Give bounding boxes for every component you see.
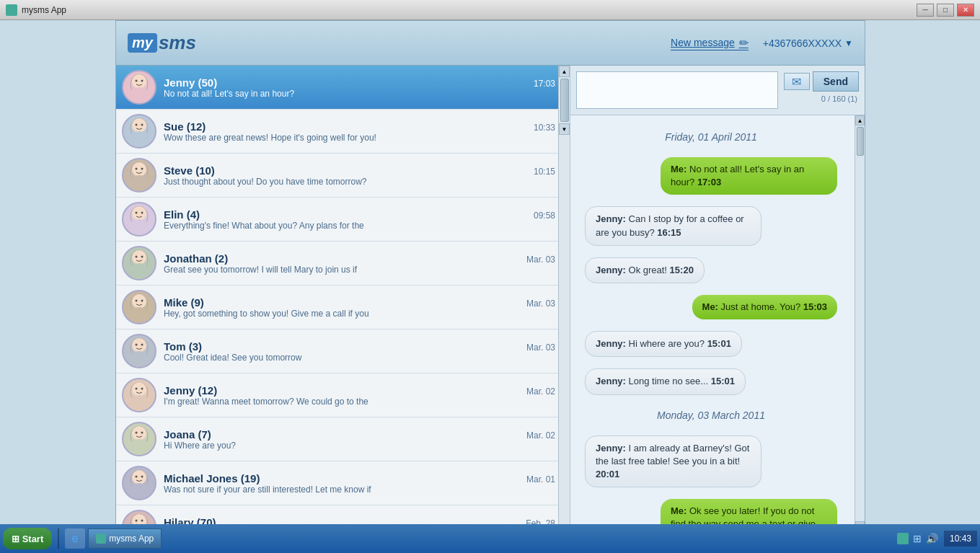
message-input[interactable] xyxy=(576,71,778,109)
svg-point-47 xyxy=(136,476,138,478)
svg-point-3 xyxy=(141,80,144,82)
contact-name: Jenny (12) xyxy=(164,384,217,397)
contact-time: Mar. 03 xyxy=(526,298,555,309)
message-time: 15:01 xyxy=(707,338,731,349)
char-count: 0 / 160 (1) xyxy=(784,94,859,103)
header-right: New message ✏ +4367666XXXXX ▼ xyxy=(671,36,853,50)
contact-time: Mar. 03 xyxy=(526,342,555,353)
svg-point-12 xyxy=(136,168,138,170)
chat-scroll-thumb[interactable] xyxy=(857,127,864,156)
sidebar: Jenny (50)17:03No not at all! Let's say … xyxy=(116,66,570,531)
bubble-content: Jenny: Ok great! 15:20 xyxy=(585,257,705,283)
messages-area: Friday, 01 April 2011 Me: No not at all!… xyxy=(570,115,865,531)
contact-item[interactable]: Michael Jones (19)Mar. 01Was not sure if… xyxy=(116,461,570,505)
avatar xyxy=(122,158,156,193)
message-bubble: Jenny: Hi where are you? 15:01 xyxy=(585,331,742,357)
contact-item[interactable]: Mike (9)Mar. 03Hey, got something to sho… xyxy=(116,286,570,329)
new-message-button[interactable]: New message ✏ xyxy=(671,36,749,50)
sender-label: Jenny: xyxy=(596,265,626,275)
contact-preview: Just thought about you! Do you have time… xyxy=(164,177,409,187)
svg-point-21 xyxy=(132,250,146,265)
app-window: my sms New message ✏ +4367666XXXXX ▼ Jen… xyxy=(115,20,865,532)
scroll-down-button[interactable]: ▼ xyxy=(559,123,570,135)
svg-point-41 xyxy=(132,426,146,441)
taskbar-divider xyxy=(58,528,59,549)
svg-point-53 xyxy=(141,520,144,522)
contact-header-row: Elin (4)09:58 xyxy=(164,208,555,221)
message-bubble: Jenny: I am already at Barney's! Got the… xyxy=(585,435,762,488)
start-button[interactable]: ⊞ Start xyxy=(3,528,52,549)
titlebar-title: mysms App xyxy=(22,5,66,15)
svg-point-27 xyxy=(136,300,138,302)
avatar xyxy=(122,114,156,149)
contact-preview: No not at all! Let's say in an hour? xyxy=(164,89,409,99)
logo-my: my xyxy=(128,33,157,53)
chat-scroll-up[interactable]: ▲ xyxy=(855,115,865,125)
contact-item[interactable]: Jenny (50)17:03No not at all! Let's say … xyxy=(116,66,570,110)
contact-item[interactable]: Sue (12)10:33Wow these are great news! H… xyxy=(116,110,570,154)
logo: my sms xyxy=(128,32,196,54)
svg-point-7 xyxy=(136,124,138,126)
titlebar: mysms App ─ □ ✕ xyxy=(0,0,980,20)
contact-item[interactable]: Jenny (12)Mar. 02I'm great! Wanna meet t… xyxy=(116,373,570,417)
scroll-thumb[interactable] xyxy=(560,79,569,122)
bubble-content: Me: Just at home. You? 15:03 xyxy=(692,295,837,319)
sms-icon-button[interactable]: ✉ xyxy=(784,73,810,90)
chat-scrollbar[interactable]: ▲ ▼ xyxy=(855,115,865,531)
svg-point-42 xyxy=(136,432,138,434)
contact-item[interactable]: Jonathan (2)Mar. 03Great see you tomorro… xyxy=(116,242,570,286)
svg-point-48 xyxy=(141,476,144,478)
svg-point-31 xyxy=(132,338,146,353)
contact-preview: Wow these are great news! Hope it's goin… xyxy=(164,133,409,143)
contact-info: Elin (4)09:58Everything's fine! What abo… xyxy=(164,208,555,231)
contact-info: Tom (3)Mar. 03Cool! Great idea! See you … xyxy=(164,340,555,363)
avatar xyxy=(122,290,156,324)
clock: 10:43 xyxy=(944,531,977,547)
send-button[interactable]: Send xyxy=(813,71,859,92)
taskbar-app-icon xyxy=(96,534,106,544)
bubble-content: Me: No not at all! Let's say in an hour?… xyxy=(661,157,837,195)
sender-label: Me: xyxy=(671,505,687,516)
svg-point-2 xyxy=(136,80,138,82)
svg-point-28 xyxy=(141,300,144,302)
contact-name: Tom (3) xyxy=(164,340,202,353)
contact-info: Joana (7)Mar. 02Hi Where are you? xyxy=(164,428,555,451)
contact-time: 09:58 xyxy=(534,211,555,221)
contact-preview: Hey, got something to show you! Give me … xyxy=(164,309,409,319)
sidebar-scrollbar[interactable]: ▲ ▼ xyxy=(558,66,570,531)
avatar xyxy=(122,422,156,456)
message-side: ✉ Send 0 / 160 (1) xyxy=(784,71,859,109)
avatar xyxy=(122,70,156,105)
contact-preview: Everything's fine! What about you? Any p… xyxy=(164,221,409,231)
taskbar-left: ⊞ Start e mysms App xyxy=(3,528,162,549)
app-icon xyxy=(6,4,17,16)
minimize-button[interactable]: ─ xyxy=(917,4,934,17)
svg-point-6 xyxy=(132,118,146,133)
close-button[interactable]: ✕ xyxy=(957,4,974,17)
message-bubble: Jenny: Long time no see... 15:01 xyxy=(585,368,746,394)
contact-preview: Cool! Great idea! See you tomorrow xyxy=(164,353,409,363)
maximize-button[interactable]: □ xyxy=(937,4,954,17)
svg-point-36 xyxy=(132,382,146,397)
contact-item[interactable]: Joana (7)Mar. 02Hi Where are you? xyxy=(116,417,570,461)
contact-item[interactable]: Steve (10)10:15Just thought about you! D… xyxy=(116,154,570,198)
phone-number[interactable]: +4367666XXXXX ▼ xyxy=(763,37,853,49)
contact-name: Mike (9) xyxy=(164,296,204,309)
main-area: Jenny (50)17:03No not at all! Let's say … xyxy=(116,66,865,531)
sender-label: Me: xyxy=(702,301,718,312)
contact-header-row: Joana (7)Mar. 02 xyxy=(164,428,555,441)
svg-point-38 xyxy=(141,388,144,390)
new-message-label: New message xyxy=(671,37,735,48)
contact-item[interactable]: Tom (3)Mar. 03Cool! Great idea! See you … xyxy=(116,329,570,373)
network-icon: ⊞ xyxy=(913,533,922,544)
avatar xyxy=(122,466,156,500)
ie-icon-button[interactable]: e xyxy=(65,528,85,549)
message-time: 15:03 xyxy=(803,301,827,312)
contact-header-row: Jenny (12)Mar. 02 xyxy=(164,384,555,397)
svg-point-23 xyxy=(141,256,144,258)
contact-name: Jonathan (2) xyxy=(164,252,228,265)
contact-preview: Great see you tomorrow! I will tell Mary… xyxy=(164,265,409,275)
taskbar-app-button[interactable]: mysms App xyxy=(88,528,162,549)
contact-item[interactable]: Elin (4)09:58Everything's fine! What abo… xyxy=(116,198,570,242)
scroll-up-button[interactable]: ▲ xyxy=(559,66,570,77)
